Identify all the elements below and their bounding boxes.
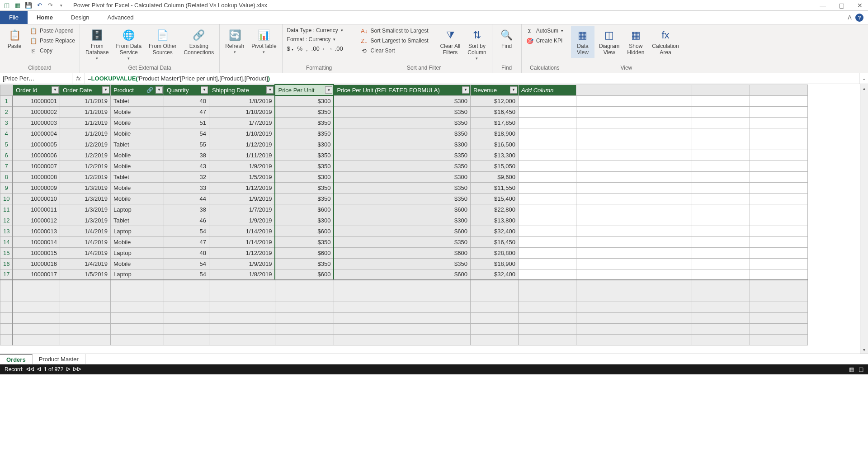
cell[interactable] bbox=[634, 161, 692, 171]
cell[interactable] bbox=[634, 334, 692, 345]
paste-button[interactable]: 📋 Paste bbox=[3, 26, 26, 52]
cell[interactable]: 54 bbox=[164, 226, 209, 236]
filter-dropdown-icon[interactable]: ▼ bbox=[102, 86, 109, 94]
cell[interactable]: 1/12/2019 bbox=[209, 247, 275, 258]
col-shipping-date[interactable]: Shipping Date▼ bbox=[209, 85, 275, 95]
cell[interactable] bbox=[692, 193, 750, 204]
cell[interactable]: Mobile bbox=[110, 128, 164, 139]
cell[interactable] bbox=[750, 150, 807, 161]
cell[interactable] bbox=[750, 334, 807, 345]
cell[interactable] bbox=[750, 215, 807, 226]
cell[interactable] bbox=[576, 182, 634, 193]
cell[interactable] bbox=[518, 280, 576, 291]
cell[interactable]: 10000008 bbox=[13, 171, 60, 182]
from-database-button[interactable]: 🗄️From Database▾ bbox=[83, 26, 111, 62]
cell[interactable]: 1/12/2019 bbox=[209, 182, 275, 193]
cell[interactable] bbox=[576, 139, 634, 150]
cell[interactable] bbox=[692, 247, 750, 258]
cell[interactable]: 1/12/2019 bbox=[209, 139, 275, 150]
filter-dropdown-icon[interactable]: ▼ bbox=[201, 86, 208, 94]
cell[interactable] bbox=[334, 323, 470, 334]
cell[interactable]: $300 bbox=[275, 95, 334, 106]
refresh-button[interactable]: 🔄Refresh▾ bbox=[222, 26, 247, 56]
grid-view-icon[interactable]: ▦ bbox=[849, 366, 854, 373]
cell[interactable] bbox=[334, 312, 470, 323]
paste-append-button[interactable]: 📋Paste Append bbox=[28, 26, 77, 35]
cell[interactable]: 43 bbox=[164, 161, 209, 171]
add-column[interactable]: Add Column bbox=[518, 85, 576, 95]
cell[interactable] bbox=[518, 269, 576, 280]
expand-formula-button[interactable]: ⌄ bbox=[859, 73, 868, 84]
cell[interactable] bbox=[518, 204, 576, 215]
cell[interactable] bbox=[692, 302, 750, 312]
row-header[interactable]: 7 bbox=[0, 161, 13, 171]
cell[interactable] bbox=[164, 291, 209, 302]
cell[interactable]: Laptop bbox=[110, 204, 164, 215]
cell[interactable] bbox=[275, 323, 334, 334]
cell[interactable]: 40 bbox=[164, 95, 209, 106]
cell[interactable]: 47 bbox=[164, 236, 209, 247]
cell[interactable] bbox=[518, 302, 576, 312]
formula-input[interactable]: =LOOKUPVALUE('Product Master'[Price per … bbox=[85, 73, 859, 84]
cell[interactable] bbox=[634, 226, 692, 236]
cell[interactable] bbox=[518, 150, 576, 161]
table-row[interactable]: 14100000141/4/2019Mobile471/14/2019$350$… bbox=[0, 236, 808, 247]
cell[interactable] bbox=[692, 106, 750, 117]
cell[interactable]: $13,800 bbox=[470, 215, 518, 226]
cell[interactable] bbox=[634, 139, 692, 150]
cell[interactable]: 10000016 bbox=[13, 258, 60, 269]
cell[interactable] bbox=[209, 280, 275, 291]
cell[interactable]: 1/3/2019 bbox=[60, 215, 110, 226]
from-data-service-button[interactable]: 🌐From Data Service▾ bbox=[113, 26, 144, 62]
diagram-view-button[interactable]: ◫Diagram View bbox=[596, 26, 622, 58]
clear-sort-button[interactable]: ⟲Clear Sort bbox=[359, 46, 436, 55]
cell[interactable] bbox=[518, 312, 576, 323]
cell[interactable]: 1/3/2019 bbox=[60, 193, 110, 204]
cell[interactable] bbox=[750, 128, 807, 139]
cell[interactable] bbox=[576, 269, 634, 280]
cell[interactable] bbox=[692, 291, 750, 302]
cell[interactable] bbox=[518, 226, 576, 236]
cell[interactable]: 1/3/2019 bbox=[60, 204, 110, 215]
cell[interactable]: 1/2/2019 bbox=[60, 139, 110, 150]
cell[interactable] bbox=[634, 323, 692, 334]
cell[interactable] bbox=[634, 269, 692, 280]
cell[interactable]: 1/9/2019 bbox=[209, 215, 275, 226]
row-header[interactable]: 10 bbox=[0, 193, 13, 204]
cell[interactable] bbox=[209, 323, 275, 334]
row-header[interactable]: 17 bbox=[0, 269, 13, 280]
cell[interactable]: 1/9/2019 bbox=[209, 193, 275, 204]
table-row[interactable]: 7100000071/2/2019Mobile431/9/2019$350$35… bbox=[0, 161, 808, 171]
cell[interactable]: $12,000 bbox=[470, 95, 518, 106]
cell[interactable]: 10000002 bbox=[13, 106, 60, 117]
find-button[interactable]: 🔍Find bbox=[495, 26, 519, 52]
table-row[interactable]: 4100000041/1/2019Mobile541/10/2019$350$3… bbox=[0, 128, 808, 139]
cell[interactable] bbox=[13, 334, 60, 345]
filter-dropdown-icon[interactable]: ▼ bbox=[325, 86, 332, 94]
tab-advanced[interactable]: Advanced bbox=[99, 11, 143, 24]
cell[interactable]: 10000003 bbox=[13, 117, 60, 128]
cell[interactable] bbox=[110, 334, 164, 345]
cell[interactable]: $17,850 bbox=[470, 117, 518, 128]
cell[interactable]: 32 bbox=[164, 171, 209, 182]
cell[interactable] bbox=[110, 291, 164, 302]
cell[interactable]: 10000013 bbox=[13, 226, 60, 236]
cell[interactable] bbox=[692, 150, 750, 161]
cell[interactable] bbox=[110, 323, 164, 334]
qat-more-icon[interactable]: ▾ bbox=[57, 1, 65, 9]
cell[interactable] bbox=[334, 334, 470, 345]
cell[interactable] bbox=[692, 258, 750, 269]
cell[interactable] bbox=[634, 182, 692, 193]
cell[interactable] bbox=[750, 204, 807, 215]
table-row[interactable]: 16100000161/4/2019Mobile541/9/2019$350$3… bbox=[0, 258, 808, 269]
cell[interactable]: 1/7/2019 bbox=[209, 204, 275, 215]
cell[interactable] bbox=[692, 161, 750, 171]
cell[interactable]: 1/1/2019 bbox=[60, 95, 110, 106]
tab-home[interactable]: Home bbox=[28, 11, 62, 24]
cell[interactable]: $600 bbox=[275, 226, 334, 236]
diagram-view-icon[interactable]: ◫ bbox=[859, 366, 863, 373]
vertical-scrollbar[interactable]: ▴ ▾ bbox=[860, 84, 868, 354]
cell[interactable] bbox=[518, 106, 576, 117]
cell[interactable]: 1/4/2019 bbox=[60, 247, 110, 258]
table-row[interactable]: 3100000031/1/2019Mobile511/7/2019$350$35… bbox=[0, 117, 808, 128]
